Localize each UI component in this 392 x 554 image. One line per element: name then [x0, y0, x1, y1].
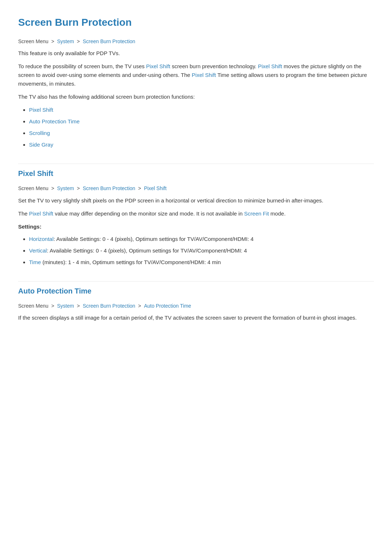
apt-link-screen-burn[interactable]: Screen Burn Protection [83, 303, 135, 309]
list-item-auto-protection: Auto Protection Time [29, 117, 374, 126]
intro-para-1: This feature is only available for PDP T… [18, 49, 374, 58]
section-title-auto-protection: Auto Protection Time [18, 285, 374, 297]
section-auto-protection: Auto Protection Time Screen Menu > Syste… [18, 281, 374, 322]
section-title-pixel-shift: Pixel Shift [18, 168, 374, 179]
apt-sep-1: > [51, 303, 56, 309]
ps-sep-3: > [138, 185, 143, 191]
breadcrumb-link-screen-burn-protection[interactable]: Screen Burn Protection [83, 38, 135, 44]
apt-breadcrumb-prefix: Screen Menu [18, 303, 48, 309]
ps-para2-pixel-shift-link[interactable]: Pixel Shift [29, 210, 53, 217]
settings-vertical-link[interactable]: Vertical [29, 247, 47, 254]
list-item-scrolling: Scrolling [29, 129, 374, 138]
breadcrumb-separator-2: > [77, 38, 81, 44]
ps-para-2: The Pixel Shift value may differ dependi… [18, 209, 374, 218]
settings-horizontal-text: Available Settings: 0 - 4 (pixels), Opti… [56, 236, 254, 242]
settings-horizontal: Horizontal: Available Settings: 0 - 4 (p… [29, 235, 374, 243]
intro-section: This feature is only available for PDP T… [18, 49, 374, 149]
pixel-shift-link-3[interactable]: Pixel Shift [192, 72, 216, 78]
ps-breadcrumb-prefix: Screen Menu [18, 185, 48, 191]
breadcrumb-prefix: Screen Menu [18, 38, 48, 44]
settings-time-link[interactable]: Time [29, 259, 41, 265]
settings-list: Horizontal: Available Settings: 0 - 4 (p… [29, 235, 374, 267]
intro-para-2: To reduce the possibility of screen burn… [18, 62, 374, 88]
list-link-side-gray[interactable]: Side Gray [29, 141, 53, 148]
ps-link-screen-burn[interactable]: Screen Burn Protection [83, 185, 135, 191]
list-link-pixel-shift[interactable]: Pixel Shift [29, 107, 53, 113]
settings-time: Time (minutes): 1 - 4 min, Optimum setti… [29, 258, 374, 267]
auto-protection-breadcrumb: Screen Menu > System > Screen Burn Prote… [18, 302, 374, 310]
ps-para2-screen-fit-link[interactable]: Screen Fit [244, 210, 269, 217]
breadcrumb-link-system[interactable]: System [57, 38, 74, 44]
settings-label: Settings: [18, 222, 374, 231]
settings-horizontal-link[interactable]: Horizontal [29, 236, 54, 242]
ps-link-system[interactable]: System [57, 185, 74, 191]
page-title: Screen Burn Protection [18, 15, 374, 31]
breadcrumb-separator-1: > [51, 38, 56, 44]
apt-para-1: If the screen displays a still image for… [18, 313, 374, 322]
apt-sep-2: > [77, 303, 81, 309]
list-link-auto-protection[interactable]: Auto Protection Time [29, 118, 79, 124]
pixel-shift-breadcrumb: Screen Menu > System > Screen Burn Prote… [18, 184, 374, 192]
apt-link-auto-protection[interactable]: Auto Protection Time [144, 303, 191, 309]
list-item-side-gray: Side Gray [29, 140, 374, 149]
list-link-scrolling[interactable]: Scrolling [29, 130, 50, 136]
pixel-shift-link-1[interactable]: Pixel Shift [146, 63, 170, 69]
intro-list: Pixel Shift Auto Protection Time Scrolli… [29, 106, 374, 149]
intro-breadcrumb: Screen Menu > System > Screen Burn Prote… [18, 37, 374, 45]
ps-sep-2: > [77, 185, 81, 191]
apt-sep-3: > [138, 303, 143, 309]
ps-sep-1: > [51, 185, 56, 191]
intro-para-3: The TV also has the following additional… [18, 93, 374, 101]
settings-vertical: Vertical: Available Settings: 0 - 4 (pix… [29, 246, 374, 255]
settings-vertical-text: Available Settings: 0 - 4 (pixels), Opti… [50, 247, 247, 254]
list-item-pixel-shift: Pixel Shift [29, 106, 374, 114]
apt-link-system[interactable]: System [57, 303, 74, 309]
ps-para-1: Set the TV to very slightly shift pixels… [18, 196, 374, 205]
settings-time-text: (minutes): 1 - 4 min, Optimum settings f… [42, 259, 221, 265]
section-pixel-shift: Pixel Shift Screen Menu > System > Scree… [18, 164, 374, 266]
pixel-shift-link-2[interactable]: Pixel Shift [258, 63, 282, 69]
ps-link-pixel-shift[interactable]: Pixel Shift [144, 185, 167, 191]
